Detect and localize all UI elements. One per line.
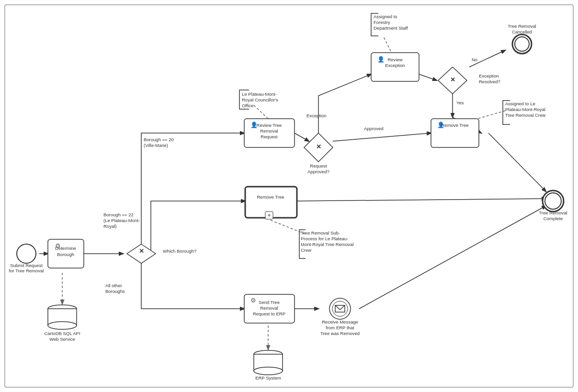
svg-line-5 xyxy=(419,74,437,80)
cartodb-db-bottom xyxy=(48,322,77,329)
tree-removal-complete-label2: Complete xyxy=(544,216,563,221)
svg-line-12 xyxy=(359,206,546,309)
request-approved-label: Request xyxy=(310,163,327,168)
annotation-crew-1: Assigned to Le xyxy=(505,101,535,106)
review-tree-removal-label3: Request xyxy=(261,134,278,139)
approved-edge-label: Approved xyxy=(364,126,384,131)
x-mark-which-borough: ✕ xyxy=(139,247,144,255)
all-other-boroughs-label2: Boroughs xyxy=(105,289,125,294)
determine-borough-label1: Determine xyxy=(55,246,76,251)
determine-borough-label2: Borough xyxy=(57,252,74,257)
review-exception-label2: Exception xyxy=(385,63,405,68)
tree-removal-complete-inner xyxy=(545,193,561,209)
borough-22-label2: (Le Plateau-Mont- xyxy=(103,218,140,223)
annotation-councillor-3: Office xyxy=(242,103,254,108)
cartodb-label1: CartoDB SQL API xyxy=(44,331,80,336)
send-erp-label1: Send Tree xyxy=(259,300,280,305)
svg-line-17 xyxy=(383,36,393,55)
annotation-forestry-3: Department Staff xyxy=(374,25,408,31)
x-mark-exception: ✕ xyxy=(450,76,455,83)
svg-line-4 xyxy=(333,133,431,141)
review-exception-label1: Review xyxy=(387,57,402,62)
annotation-crew-2: Plateau-Mont-Royal xyxy=(505,107,545,112)
request-approved-label2: Approved? xyxy=(307,169,329,174)
annotation-forestry-1: Assigned to xyxy=(374,14,397,19)
borough-22-label3: Royal) xyxy=(103,224,116,229)
which-borough-label: Which Borough? xyxy=(163,248,196,254)
svg-line-18 xyxy=(254,105,268,119)
gear-icon-erp: ⚙ xyxy=(250,297,256,304)
review-tree-removal-label2: Removal xyxy=(260,128,278,134)
erp-system-label: ERP System xyxy=(255,375,281,381)
receive-erp-label3: Tree was Removed xyxy=(320,331,360,336)
annotation-councillor-1: Le Plateau-Mont- xyxy=(242,91,277,97)
receive-message-inner xyxy=(332,301,348,316)
x-mark-approved: ✕ xyxy=(316,143,321,150)
yes-edge-label: Yes xyxy=(456,100,464,105)
cartodb-label2: Web Service xyxy=(49,336,75,342)
annotation-subprocess-2: Process for Le Plateau- xyxy=(301,236,348,241)
exception-resolved-label2: Resolved? xyxy=(479,79,500,84)
plus-icon: + xyxy=(267,212,271,219)
erp-db-bottom xyxy=(254,367,283,375)
receive-erp-label1: Receive Message xyxy=(322,319,358,325)
svg-line-10 xyxy=(297,199,546,201)
send-erp-label2: Removal xyxy=(260,305,278,311)
annotation-forestry-2: Forestry xyxy=(374,20,390,25)
svg-line-3 xyxy=(295,133,309,141)
annotation-crew-3: Tree Removal Crew xyxy=(505,112,545,118)
tree-removal-complete-label1: Tree Removal xyxy=(539,210,567,215)
person-icon-exception: 👤 xyxy=(377,56,385,63)
svg-line-9 xyxy=(488,133,546,191)
no-edge-label: No xyxy=(472,57,477,62)
annotation-subprocess-4: Crew xyxy=(301,247,311,253)
borough-20-label2: (Ville-Marie) xyxy=(144,143,168,148)
borough-22-label1: Borough == 22 xyxy=(103,212,134,217)
annotation-subprocess-1: Tree Removal Sub- xyxy=(301,230,340,235)
remove-tree-vm-label1: Remove Tree xyxy=(441,123,468,128)
bpmn-diagram: Submit Request for Tree Removal ⚙ Determ… xyxy=(0,0,578,392)
start-event-label: Submit Request xyxy=(10,263,43,268)
start-event xyxy=(17,244,36,263)
receive-erp-label2: from ERP that xyxy=(326,325,354,330)
tree-removal-cancelled-label1: Tree Removal xyxy=(508,23,536,29)
borough-20-label1: Borough == 20 xyxy=(144,137,174,142)
all-other-boroughs-label1: All other xyxy=(105,283,122,288)
review-tree-removal-label1: Review Tree xyxy=(257,123,282,128)
remove-tree-plateau-label1: Remove Tree xyxy=(257,194,284,200)
exception-edge-label: Exception xyxy=(306,113,327,118)
start-event-label2: for Tree Removal xyxy=(9,268,44,273)
annotation-councillor-2: Royal Councillor's xyxy=(242,97,278,102)
annotation-subprocess-3: Mont-Royal Tree Removal xyxy=(301,242,353,247)
tree-removal-cancelled-label2: Cancelled xyxy=(512,29,532,34)
tree-removal-cancelled-inner xyxy=(515,37,529,51)
exception-resolved-label1: Exception xyxy=(479,73,499,78)
send-erp-label3: Request to ERP xyxy=(253,311,285,316)
